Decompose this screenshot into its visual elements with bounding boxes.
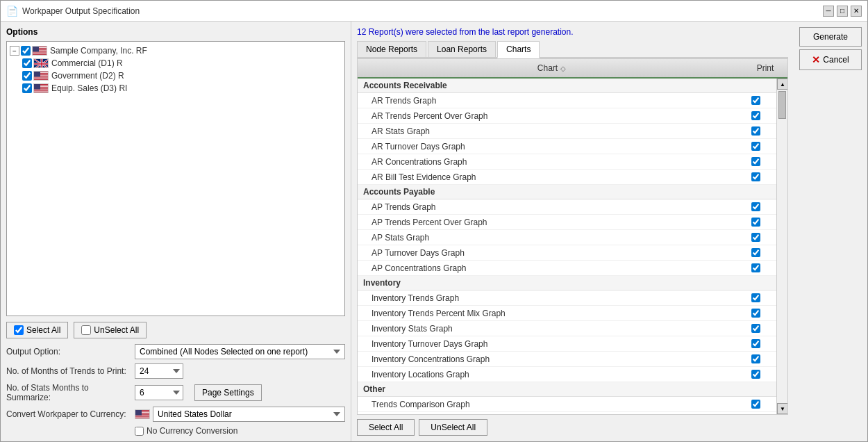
svg-rect-65 [135, 410, 142, 416]
output-option-dropdown[interactable]: Combined (All Nodes Selected on one repo… [135, 344, 345, 359]
scroll-thumb[interactable] [778, 91, 786, 119]
tab-loan-reports[interactable]: Loan Reports [428, 41, 496, 57]
unselect-all-button[interactable]: UnSelect All [74, 322, 147, 338]
cancel-button[interactable]: ✕ Cancel [799, 49, 862, 70]
bottom-controls: Select All UnSelect All Output Option: C… [6, 322, 345, 436]
check-ap-turnover[interactable] [751, 248, 760, 257]
svg-rect-9 [33, 54, 47, 54]
flag-icon-root [32, 46, 47, 56]
tree-expand-root[interactable]: − [10, 46, 19, 56]
check-ar-trends[interactable] [751, 96, 760, 105]
scroll-up-button[interactable]: ▲ [777, 79, 787, 90]
check-inv-trends[interactable] [751, 293, 760, 302]
svg-rect-31 [34, 77, 49, 78]
header-print: Print [746, 63, 787, 73]
tree-checkbox-root[interactable] [21, 46, 31, 56]
svg-rect-63 [135, 418, 150, 419]
section-inventory: Inventory [358, 276, 776, 290]
svg-rect-45 [34, 90, 49, 90]
sort-icon[interactable]: ◇ [560, 65, 566, 72]
window-icon: 📄 [6, 6, 18, 17]
table-row: AR Bill Test Evidence Graph [358, 170, 776, 185]
tree-checkbox-d3[interactable] [22, 83, 32, 93]
maximize-button[interactable]: □ [837, 6, 848, 17]
check-inv-concentrations[interactable] [751, 354, 760, 363]
check-inv-stats[interactable] [751, 324, 760, 333]
unselect-all-checkbox[interactable] [81, 325, 91, 335]
tab-node-reports[interactable]: Node Reports [357, 41, 426, 57]
currency-flag-icon [135, 409, 150, 419]
table-row: AR Trends Graph [358, 93, 776, 108]
stats-months-row: No. of Stats Months to Summarize: 6 Page… [6, 383, 345, 402]
currency-dropdown[interactable]: United States Dollar [153, 407, 345, 422]
table-row: Inventory Turnover Days Graph [358, 336, 776, 352]
check-ar-trends-pct[interactable] [751, 111, 760, 120]
check-ar-concentrations[interactable] [751, 157, 760, 166]
scroll-down-button[interactable]: ▼ [777, 403, 787, 414]
header-chart: Chart ◇ [358, 63, 746, 73]
check-ar-stats[interactable] [751, 126, 760, 136]
check-ap-trends-pct[interactable] [751, 218, 760, 227]
tree-label-d3: Equip. Sales (D3) RI [51, 83, 127, 93]
table-select-all-button[interactable]: Select All [357, 419, 415, 436]
tab-charts[interactable]: Charts [497, 41, 540, 58]
check-inv-turnover[interactable] [751, 339, 760, 348]
svg-rect-61 [135, 417, 150, 418]
check-ap-concentrations[interactable] [751, 263, 760, 272]
cancel-label: Cancel [823, 55, 849, 65]
check-ap-stats[interactable] [751, 233, 760, 242]
tree-node-d2[interactable]: Government (D2) R [10, 69, 342, 82]
cancel-x-icon: ✕ [812, 54, 820, 65]
check-inv-trends-pct[interactable] [751, 309, 760, 318]
tree-node-d3[interactable]: Equip. Sales (D3) RI [10, 82, 342, 95]
tree-checkbox-d2[interactable] [22, 71, 32, 81]
svg-rect-47 [34, 91, 49, 92]
select-all-label: Select All [26, 325, 60, 335]
svg-rect-59 [135, 416, 150, 416]
check-ar-bill[interactable] [751, 172, 760, 181]
table-row: AP Trends Graph [358, 199, 776, 215]
action-buttons: Generate ✕ Cancel [794, 22, 867, 441]
minimize-button[interactable]: ─ [823, 6, 834, 17]
svg-rect-34 [34, 79, 49, 80]
tree-node-root[interactable]: − [10, 44, 342, 57]
table-row: Inventory Trends Graph [358, 290, 776, 306]
left-panel: Options − [1, 22, 351, 441]
table-row: AR Concentrations Graph [358, 154, 776, 170]
tree-node-d1[interactable]: Commercial (D1) R [10, 57, 342, 69]
check-trends-comparison[interactable] [751, 400, 760, 409]
svg-rect-7 [33, 52, 47, 53]
info-message: 12 Report(s) were selected from the last… [357, 27, 788, 37]
scrollbar: ▲ ▼ [776, 79, 787, 414]
svg-rect-60 [135, 416, 150, 417]
bottom-buttons: Select All UnSelect All [357, 419, 788, 436]
table-row: AP Stats Graph [358, 230, 776, 245]
generate-button[interactable]: Generate [799, 27, 862, 47]
output-option-label: Output Option: [6, 347, 135, 357]
close-button[interactable]: ✕ [851, 6, 862, 17]
tree-label-d1: Commercial (D1) R [51, 58, 123, 68]
check-inv-locations[interactable] [751, 370, 760, 379]
check-ar-turnover[interactable] [751, 142, 760, 151]
flag-icon-d3 [33, 83, 49, 93]
svg-rect-48 [34, 92, 49, 92]
select-all-button[interactable]: Select All [6, 322, 68, 338]
page-settings-button[interactable]: Page Settings [194, 384, 262, 401]
check-ap-trends[interactable] [751, 202, 760, 211]
right-panel: 12 Report(s) were selected from the last… [351, 22, 794, 441]
tree-checkbox-d1[interactable] [22, 58, 32, 68]
stats-months-dropdown[interactable]: 6 [135, 385, 183, 400]
table-row: AP Concentrations Graph [358, 261, 776, 276]
no-currency-label: No Currency Conversion [147, 426, 237, 436]
table-row: Inventory Concentrations Graph [358, 352, 776, 367]
table-row: Trends Comparison Graph [358, 397, 776, 412]
months-trends-dropdown[interactable]: 24 [135, 363, 183, 379]
tree-label-d2: Government (D2) R [51, 71, 124, 81]
select-all-checkbox[interactable] [14, 325, 24, 335]
unselect-all-label: UnSelect All [94, 325, 139, 335]
section-accounts-payable: Accounts Payable [358, 185, 776, 199]
no-currency-checkbox[interactable] [135, 427, 144, 436]
currency-row: Convert Workpaper to Currency: [6, 407, 345, 422]
tree-label-root: Sample Company, Inc. RF [50, 46, 147, 56]
table-unselect-all-button[interactable]: UnSelect All [419, 419, 487, 436]
